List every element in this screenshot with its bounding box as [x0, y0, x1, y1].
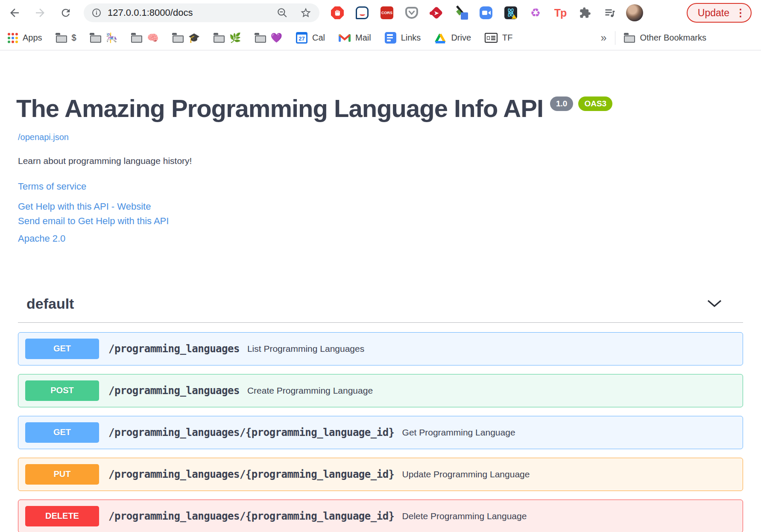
- help-email-link[interactable]: Send email to Get Help with this API: [18, 216, 743, 227]
- zoom-out-icon[interactable]: [277, 7, 288, 18]
- endpoint-summary: List Programming Languages: [247, 344, 364, 354]
- endpoint-row-list-languages[interactable]: GET /programming_languages List Programm…: [18, 332, 743, 365]
- playlist-icon[interactable]: [603, 6, 617, 20]
- bookmark-folder-carousel[interactable]: 🎠: [90, 32, 117, 44]
- zoom-icon[interactable]: [479, 6, 493, 20]
- bookmark-calendar[interactable]: 27 Cal: [296, 32, 325, 44]
- endpoint-path: /programming_languages/{programming_lang…: [108, 468, 395, 480]
- other-bookmarks-label: Other Bookmarks: [640, 33, 706, 43]
- bookmarks-divider: [615, 31, 615, 45]
- pocket-icon[interactable]: [405, 6, 419, 20]
- back-icon[interactable]: [7, 5, 22, 20]
- folder-icon: [56, 35, 67, 43]
- endpoint-summary: Delete Programming Language: [402, 511, 527, 521]
- endpoint-summary: Get Programming Language: [402, 427, 515, 438]
- openapi-json-link[interactable]: /openapi.json: [18, 132, 69, 142]
- bookmark-links[interactable]: Links: [385, 32, 421, 44]
- bookmark-folder-graduation[interactable]: 🎓: [173, 32, 200, 44]
- bookmark-star-icon[interactable]: [300, 7, 312, 19]
- bookmarks-overflow-icon[interactable]: »: [600, 32, 606, 44]
- method-badge: GET: [25, 422, 99, 443]
- forward-icon[interactable]: [32, 5, 48, 20]
- endpoint-row-delete-language[interactable]: DELETE /programming_languages/{programmi…: [18, 500, 743, 532]
- docs-icon: [385, 32, 396, 44]
- browser-menu-icon[interactable]: ⋮: [735, 7, 746, 19]
- bookmark-label: $: [72, 33, 76, 43]
- folder-icon: [624, 35, 635, 43]
- endpoint-path: /programming_languages/{programming_lang…: [108, 510, 395, 522]
- api-title-text: The Amazing Programming Language Info AP…: [16, 95, 543, 122]
- bookmark-label: 🎠: [106, 32, 117, 44]
- bookmarks-bar: Apps $ 🎠 🧠 🎓 🌿 💜 27 Cal Mail Links: [0, 26, 761, 50]
- method-badge: GET: [25, 339, 99, 359]
- endpoint-path: /programming_languages/{programming_lang…: [108, 427, 395, 438]
- bookmark-label: Cal: [312, 33, 325, 43]
- endpoint-summary: Update Programming Language: [402, 469, 530, 479]
- other-bookmarks[interactable]: Other Bookmarks: [624, 33, 706, 43]
- color-picker-icon[interactable]: [454, 6, 468, 20]
- page-info-icon[interactable]: [91, 8, 102, 18]
- recycle-flower-icon[interactable]: ♻: [529, 6, 542, 20]
- adblock-icon[interactable]: [331, 6, 344, 20]
- red-arrow-icon[interactable]: ➤: [430, 6, 443, 20]
- license-link[interactable]: Apache 2.0: [18, 233, 743, 244]
- method-badge: DELETE: [25, 506, 99, 526]
- terms-of-service-link[interactable]: Terms of service: [18, 181, 743, 192]
- calendar-icon: 27: [296, 32, 307, 44]
- bookmark-folder-brain[interactable]: 🧠: [131, 32, 158, 44]
- drive-icon: [434, 32, 446, 44]
- endpoint-row-create-language[interactable]: POST /programming_languages Create Progr…: [18, 374, 743, 407]
- extensions-puzzle-icon[interactable]: [578, 6, 592, 20]
- bookmark-mail[interactable]: Mail: [339, 33, 371, 43]
- method-badge: PUT: [25, 464, 99, 485]
- flashcard-icon: [485, 33, 498, 43]
- update-label: Update: [698, 7, 729, 19]
- update-button[interactable]: Update ⋮: [687, 3, 752, 23]
- version-badge: 1.0: [550, 96, 573, 111]
- profile-avatar[interactable]: [626, 4, 643, 21]
- section-header-default[interactable]: default: [18, 295, 743, 312]
- chat-smile-icon[interactable]: [355, 6, 369, 20]
- endpoint-row-get-language[interactable]: GET /programming_languages/{programming_…: [18, 416, 743, 449]
- bookmark-label: Mail: [355, 33, 371, 43]
- endpoint-path: /programming_languages: [108, 385, 240, 397]
- bookmark-folder-heart[interactable]: 💜: [255, 32, 282, 44]
- folder-icon: [90, 35, 101, 43]
- method-badge: POST: [25, 380, 99, 401]
- api-description: Learn about programming language history…: [18, 156, 743, 166]
- url-text[interactable]: 127.0.0.1:8000/docs: [108, 7, 193, 18]
- section-title: default: [26, 295, 74, 312]
- cors-icon[interactable]: CORS: [380, 6, 394, 20]
- apps-grid-icon: [8, 33, 18, 43]
- section-divider: [18, 322, 743, 323]
- bookmark-label: Apps: [23, 33, 42, 43]
- endpoint-path: /programming_languages: [108, 343, 240, 355]
- folder-icon: [173, 35, 184, 43]
- help-website-link[interactable]: Get Help with this API - Website: [18, 201, 743, 212]
- folder-icon: [131, 35, 142, 43]
- tp-icon[interactable]: Tp: [553, 6, 567, 20]
- react-devtools-icon[interactable]: [504, 6, 518, 20]
- swagger-page: The Amazing Programming Language Info AP…: [0, 95, 761, 532]
- bookmark-label: TF: [502, 33, 512, 43]
- bookmark-label: 💜: [271, 32, 282, 44]
- bookmark-apps[interactable]: Apps: [8, 33, 42, 43]
- chevron-down-icon[interactable]: [707, 300, 722, 307]
- bookmark-label: Drive: [451, 33, 471, 43]
- bookmark-label: Links: [401, 33, 421, 43]
- bookmark-folder-dollar[interactable]: $: [56, 33, 76, 43]
- extensions-row: CORS ➤ ♻ Tp: [331, 6, 617, 20]
- bookmark-folder-herb[interactable]: 🌿: [214, 32, 241, 44]
- address-bar[interactable]: 127.0.0.1:8000/docs: [84, 3, 319, 22]
- reload-icon[interactable]: [58, 5, 73, 20]
- bookmark-drive[interactable]: Drive: [434, 32, 471, 44]
- endpoint-row-update-language[interactable]: PUT /programming_languages/{programming_…: [18, 458, 743, 491]
- browser-toolbar: 127.0.0.1:8000/docs CORS ➤ ♻ Tp: [0, 0, 761, 26]
- endpoint-summary: Create Programming Language: [247, 386, 373, 396]
- folder-icon: [255, 35, 266, 43]
- bookmark-label: 🌿: [229, 32, 241, 44]
- endpoint-list: GET /programming_languages List Programm…: [18, 332, 743, 532]
- oas3-badge: OAS3: [578, 96, 612, 111]
- gmail-icon: [339, 33, 351, 43]
- bookmark-tf[interactable]: TF: [485, 33, 512, 43]
